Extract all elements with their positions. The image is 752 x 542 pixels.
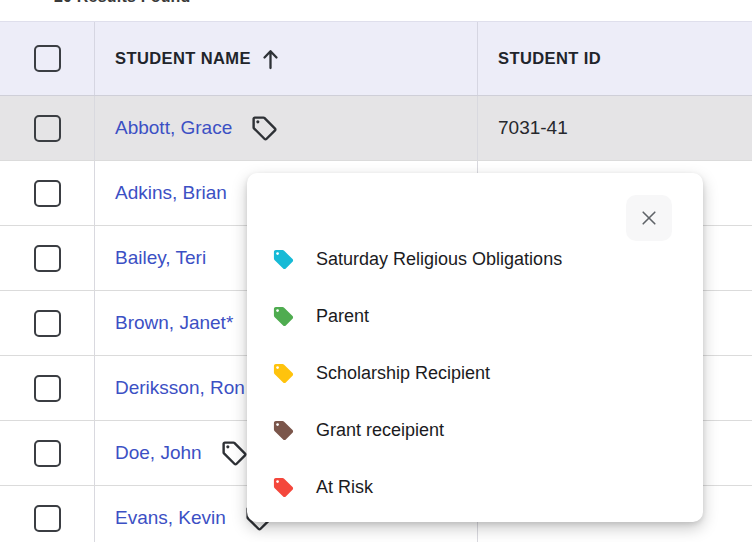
row-checkbox[interactable] (34, 440, 61, 467)
student-name-link[interactable]: Adkins, Brian (115, 182, 227, 204)
tag-label: Scholarship Recipient (316, 363, 490, 384)
student-name-link[interactable]: Bailey, Teri (115, 247, 206, 269)
student-name-link[interactable]: Brown, Janet* (115, 312, 233, 334)
student-name-link[interactable]: Abbott, Grace (115, 117, 232, 139)
row-checkbox[interactable] (34, 375, 61, 402)
students-table-page: 20 Results Found STUDENT NAME STUDENT ID (0, 0, 752, 542)
tag-icon (272, 419, 295, 442)
row-checkbox[interactable] (34, 505, 61, 532)
tag-legend-item: Scholarship Recipient (272, 345, 683, 402)
tag-icon (272, 476, 295, 499)
header-student-id-cell[interactable]: STUDENT ID (478, 22, 752, 95)
tag-label: Parent (316, 306, 369, 327)
column-header-student-id[interactable]: STUDENT ID (498, 49, 601, 68)
student-name-link[interactable]: Evans, Kevin (115, 507, 226, 529)
student-name-link[interactable]: Doe, John (115, 442, 202, 464)
tag-label: At Risk (316, 477, 373, 498)
tag-legend-item: Grant receipient (272, 402, 683, 459)
tag-legend-item: At Risk (272, 459, 683, 516)
tag-legend-item: Parent (272, 288, 683, 345)
row-checkbox[interactable] (34, 310, 61, 337)
tag-icon (272, 362, 295, 385)
tag-legend-list: Saturday Religious Obligations Parent Sc… (272, 231, 683, 516)
tag-label: Saturday Religious Obligations (316, 249, 562, 270)
row-checkbox[interactable] (34, 180, 61, 207)
select-all-checkbox[interactable] (34, 45, 61, 72)
tag-outline-icon[interactable] (220, 439, 249, 468)
row-checkbox[interactable] (34, 115, 61, 142)
table-header-row: STUDENT NAME STUDENT ID (0, 21, 752, 96)
header-student-name-cell[interactable]: STUDENT NAME (95, 22, 478, 95)
column-header-student-name[interactable]: STUDENT NAME (115, 49, 251, 68)
tag-outline-icon[interactable] (250, 114, 279, 143)
header-checkbox-cell (0, 22, 95, 95)
close-icon (637, 206, 661, 230)
tags-legend-popup: Saturday Religious Obligations Parent Sc… (247, 173, 703, 522)
row-checkbox[interactable] (34, 245, 61, 272)
tag-legend-item: Saturday Religious Obligations (272, 231, 683, 288)
tag-icon (272, 248, 295, 271)
tag-label: Grant receipient (316, 420, 444, 441)
results-count: 20 Results Found (54, 0, 354, 8)
tag-icon (272, 305, 295, 328)
table-row: Abbott, Grace 7031-41 (0, 96, 752, 161)
student-id: 7031-41 (498, 117, 568, 139)
student-name-link[interactable]: Deriksson, Ron (115, 377, 245, 399)
sort-ascending-icon[interactable] (262, 48, 279, 70)
